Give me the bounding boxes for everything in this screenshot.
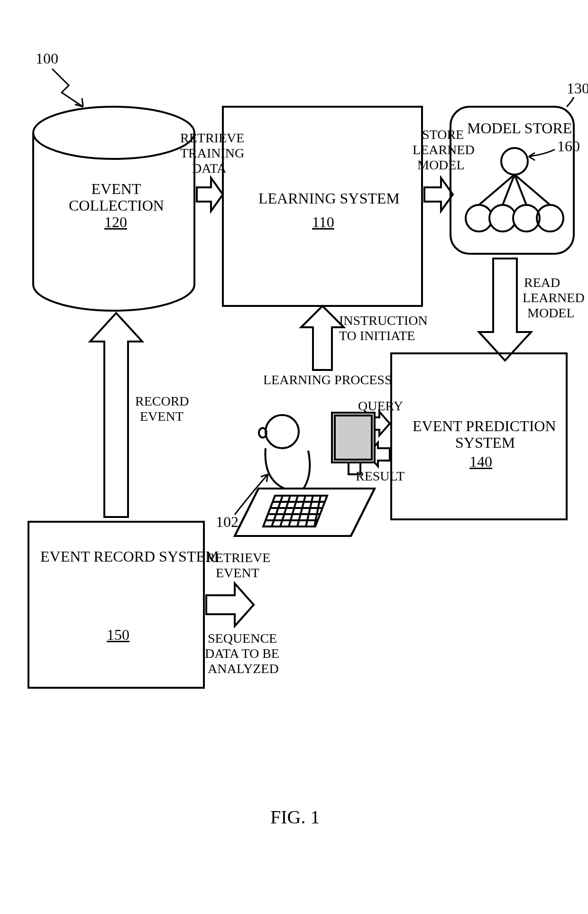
learning-system-title: LEARNING SYSTEM bbox=[258, 190, 400, 207]
record-event-arrow bbox=[90, 313, 142, 517]
read-learned-l1: READ bbox=[524, 275, 560, 290]
learning-system-ref: 110 bbox=[312, 213, 334, 231]
store-learned-l2: LEARNED bbox=[413, 142, 475, 157]
callout-160: 160 bbox=[557, 138, 580, 155]
svg-point-12 bbox=[266, 415, 299, 448]
result-label: RESULT bbox=[356, 469, 404, 484]
callout-160-lead bbox=[529, 149, 555, 157]
callout-100: 100 bbox=[36, 50, 58, 67]
retrieve-training-l2: TRAINING bbox=[180, 146, 244, 161]
model-network-icon bbox=[466, 148, 563, 231]
retrieve-seq-l3: SEQUENCE bbox=[208, 631, 277, 646]
store-learned-l1: STORE bbox=[422, 127, 464, 142]
event-record-box bbox=[28, 522, 204, 688]
patent-figure: FIG. 1 100 130 160 102 EVENT COLLECTION … bbox=[0, 0, 588, 914]
event-record-title: EVENT RECORD SYSTEM bbox=[40, 548, 219, 565]
model-store-title: MODEL STORE bbox=[467, 120, 572, 137]
event-collection-l1: EVENT bbox=[90, 180, 142, 198]
read-learned-l3: MODEL bbox=[527, 305, 575, 321]
retrieve-training-arrow bbox=[197, 178, 223, 211]
instruction-arrow bbox=[301, 306, 344, 370]
callout-130-lead bbox=[567, 97, 574, 107]
event-prediction-ref: 140 bbox=[469, 453, 492, 471]
record-event-l1: RECORD bbox=[135, 394, 189, 409]
retrieve-training-l1: RETRIEVE bbox=[180, 130, 244, 146]
svg-point-7 bbox=[537, 205, 563, 231]
query-label: QUERY bbox=[358, 398, 403, 414]
callout-100-arrow bbox=[52, 69, 83, 107]
event-prediction-l2: SYSTEM bbox=[455, 434, 515, 452]
svg-point-3 bbox=[501, 148, 528, 175]
retrieve-seq-l5: ANALYZED bbox=[208, 661, 279, 676]
svg-rect-16 bbox=[335, 415, 372, 460]
svg-point-5 bbox=[489, 205, 516, 231]
callout-102: 102 bbox=[216, 513, 239, 531]
retrieve-event-seq-arrow bbox=[206, 583, 254, 626]
svg-point-4 bbox=[466, 205, 492, 231]
retrieve-seq-l1: RETRIEVE bbox=[206, 550, 270, 565]
store-learned-l3: MODEL bbox=[417, 157, 465, 173]
event-prediction-l1: EVENT PREDICTION bbox=[413, 417, 556, 435]
retrieve-training-l3: DATA bbox=[192, 161, 226, 176]
event-collection-l2: COLLECTION bbox=[69, 197, 164, 214]
figure-label: FIG. 1 bbox=[270, 806, 320, 828]
instruction-l2: TO INITIATE bbox=[339, 328, 415, 343]
svg-point-6 bbox=[513, 205, 540, 231]
retrieve-seq-l4: DATA TO BE bbox=[205, 646, 279, 661]
instruction-l1: INSTRUCTION bbox=[339, 313, 428, 328]
event-record-ref: 150 bbox=[107, 626, 129, 644]
store-learned-arrow bbox=[424, 178, 453, 211]
diagram-svg bbox=[0, 0, 588, 914]
callout-130: 130 bbox=[567, 80, 588, 97]
svg-point-0 bbox=[33, 107, 194, 159]
read-learned-l2: LEARNED bbox=[523, 290, 585, 305]
read-learned-arrow bbox=[479, 259, 531, 360]
record-event-l2: EVENT bbox=[140, 409, 184, 424]
event-collection-ref: 120 bbox=[104, 213, 127, 231]
retrieve-seq-l2: EVENT bbox=[216, 565, 259, 581]
user-at-desk-icon bbox=[235, 413, 375, 536]
instruction-l3: LEARNING PROCESS bbox=[263, 372, 392, 388]
